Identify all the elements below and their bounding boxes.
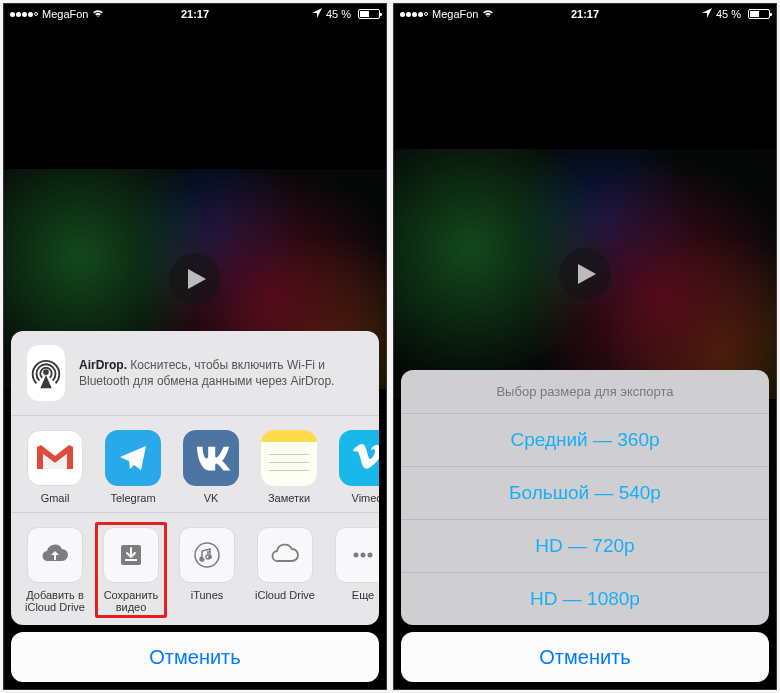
carrier-label: MegaFon <box>432 8 478 20</box>
export-action-sheet: Выбор размера для экспорта Средний — 360… <box>401 370 769 682</box>
status-bar: MegaFon 21:17 45 % <box>4 4 386 24</box>
play-icon <box>187 268 207 290</box>
export-option-540p[interactable]: Большой — 540p <box>401 467 769 520</box>
notes-icon <box>261 430 317 486</box>
airdrop-row[interactable]: AirDrop. Коснитесь, чтобы включить Wi-Fi… <box>11 331 379 416</box>
action-itunes[interactable]: iTunes <box>171 527 243 613</box>
location-icon <box>312 8 322 20</box>
battery-icon <box>745 9 770 19</box>
signal-dots-icon <box>400 12 428 17</box>
share-app-vk[interactable]: VK <box>175 430 247 504</box>
action-icloud-drive[interactable]: iCloud Drive <box>249 527 321 613</box>
play-icon <box>577 263 597 285</box>
cancel-button[interactable]: Отменить <box>11 632 379 682</box>
share-actions-row: Добавить в iCloud Drive Сохранить видео … <box>11 513 379 625</box>
phone-screenshot-export: MegaFon 21:17 45 % Проекты Выбор размера… <box>393 3 777 690</box>
svg-point-0 <box>43 369 49 375</box>
svg-point-8 <box>368 552 373 557</box>
status-time: 21:17 <box>181 8 209 20</box>
share-sheet: AirDrop. Коснитесь, чтобы включить Wi-Fi… <box>11 331 379 682</box>
play-button[interactable] <box>559 248 611 300</box>
vk-icon <box>183 430 239 486</box>
svg-point-7 <box>361 552 366 557</box>
share-app-vimeo[interactable]: Vimeo <box>331 430 379 504</box>
battery-pct: 45 % <box>716 8 741 20</box>
export-option-1080p[interactable]: HD — 1080p <box>401 573 769 625</box>
gmail-icon <box>27 430 83 486</box>
more-icon <box>335 527 379 583</box>
carrier-label: MegaFon <box>42 8 88 20</box>
download-icon <box>103 527 159 583</box>
svg-point-5 <box>208 555 212 559</box>
action-save-video[interactable]: Сохранить видео <box>95 522 167 618</box>
airdrop-icon <box>27 345 65 401</box>
share-app-gmail[interactable]: Gmail <box>19 430 91 504</box>
phone-screenshot-share: MegaFon 21:17 45 % Проекты <box>3 3 387 690</box>
battery-pct: 45 % <box>326 8 351 20</box>
export-title: Выбор размера для экспорта <box>401 370 769 414</box>
play-button[interactable] <box>169 253 221 305</box>
export-option-720p[interactable]: HD — 720p <box>401 520 769 573</box>
share-app-telegram[interactable]: Telegram <box>97 430 169 504</box>
airdrop-text: AirDrop. Коснитесь, чтобы включить Wi-Fi… <box>79 357 363 389</box>
cloud-upload-icon <box>27 527 83 583</box>
signal-dots-icon <box>10 12 38 17</box>
wifi-icon <box>482 8 494 20</box>
video-thumbnail <box>394 149 776 399</box>
svg-point-6 <box>354 552 359 557</box>
action-add-icloud[interactable]: Добавить в iCloud Drive <box>19 527 91 613</box>
wifi-icon <box>92 8 104 20</box>
cloud-icon <box>257 527 313 583</box>
telegram-icon <box>105 430 161 486</box>
svg-point-4 <box>200 557 204 561</box>
status-bar: MegaFon 21:17 45 % <box>394 4 776 24</box>
status-time: 21:17 <box>571 8 599 20</box>
action-more[interactable]: Еще <box>327 527 379 613</box>
location-icon <box>702 8 712 20</box>
share-apps-row: Gmail Telegram VK Заметки <box>11 416 379 513</box>
music-note-icon <box>179 527 235 583</box>
vimeo-icon <box>339 430 379 486</box>
battery-icon <box>355 9 380 19</box>
cancel-button[interactable]: Отменить <box>401 632 769 682</box>
share-app-notes[interactable]: Заметки <box>253 430 325 504</box>
export-option-360p[interactable]: Средний — 360p <box>401 414 769 467</box>
svg-rect-2 <box>125 559 137 561</box>
